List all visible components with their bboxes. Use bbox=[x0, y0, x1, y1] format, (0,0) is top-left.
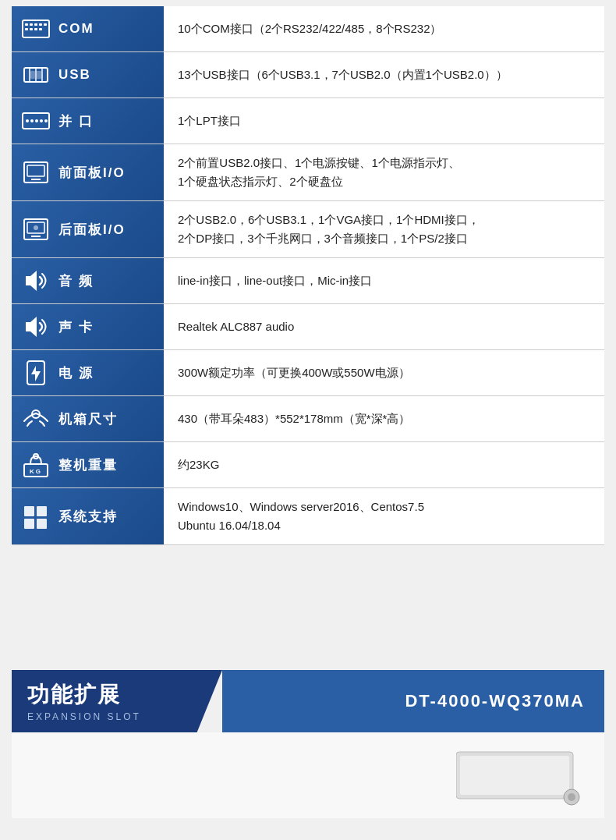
value-soundcard: Realtek ALC887 audio bbox=[164, 304, 604, 349]
svg-point-28 bbox=[34, 225, 38, 230]
label-rearpanel-text: 后面板I/O bbox=[58, 221, 126, 239]
table-row: USB 13个USB接口（6个USB3.1，7个USB2.0（内置1个USB2.… bbox=[12, 52, 604, 98]
svg-rect-39 bbox=[24, 519, 34, 529]
value-power: 300W额定功率（可更换400W或550W电源） bbox=[164, 350, 604, 395]
value-chassis: 430（带耳朵483）*552*178mm（宽*深*高） bbox=[164, 396, 604, 441]
svg-marker-30 bbox=[26, 317, 37, 337]
label-power: 电 源 bbox=[12, 350, 164, 395]
label-usb: USB bbox=[12, 52, 164, 97]
preview-area bbox=[12, 732, 604, 818]
label-com: COM bbox=[12, 6, 164, 51]
label-audio-text: 音 频 bbox=[58, 272, 94, 290]
chassis-icon bbox=[21, 404, 51, 434]
table-row: KG 整机重量 约23KG bbox=[12, 442, 604, 488]
label-weight: KG 整机重量 bbox=[12, 442, 164, 487]
value-frontpanel: 2个前置USB2.0接口、1个电源按键、1个电源指示灯、 1个硬盘状态指示灯、2… bbox=[164, 144, 604, 200]
value-parallel: 1个LPT接口 bbox=[164, 98, 604, 144]
os-icon bbox=[21, 502, 51, 531]
svg-rect-15 bbox=[37, 71, 41, 79]
value-usb: 13个USB接口（6个USB3.1，7个USB2.0（内置1个USB2.0）） bbox=[164, 52, 604, 97]
label-soundcard-text: 声 卡 bbox=[58, 318, 94, 336]
svg-point-21 bbox=[44, 119, 48, 122]
expansion-subtitle: EXPANSION SLOT bbox=[27, 711, 207, 722]
spec-table: COM 10个COM接口（2个RS232/422/485，8个RS232） bbox=[12, 6, 604, 545]
value-os: Windows10、Windows server2016、Centos7.5 U… bbox=[164, 488, 604, 544]
rearpanel-icon bbox=[21, 214, 51, 244]
svg-rect-37 bbox=[24, 506, 34, 516]
label-weight-text: 整机重量 bbox=[58, 456, 118, 474]
table-row: 机箱尺寸 430（带耳朵483）*552*178mm（宽*深*高） bbox=[12, 396, 604, 442]
preview-image bbox=[456, 744, 581, 806]
svg-point-19 bbox=[35, 119, 38, 122]
svg-point-20 bbox=[40, 119, 43, 122]
table-row: 声 卡 Realtek ALC887 audio bbox=[12, 304, 604, 350]
label-frontpanel: 前面板I/O bbox=[12, 144, 164, 200]
label-chassis-text: 机箱尺寸 bbox=[58, 410, 118, 428]
label-os: 系统支持 bbox=[12, 488, 164, 544]
expansion-model: DT-4000-WQ370MA bbox=[405, 691, 585, 711]
svg-rect-6 bbox=[25, 28, 28, 30]
svg-rect-42 bbox=[460, 756, 569, 795]
svg-rect-40 bbox=[37, 519, 47, 529]
label-com-text: COM bbox=[58, 21, 94, 37]
value-com: 10个COM接口（2个RS232/422/485，8个RS232） bbox=[164, 6, 604, 51]
label-rearpanel: 后面板I/O bbox=[12, 201, 164, 257]
value-audio: line-in接口，line-out接口，Mic-in接口 bbox=[164, 258, 604, 303]
power-icon bbox=[21, 358, 51, 388]
expansion-banner: 功能扩展 EXPANSION SLOT DT-4000-WQ370MA bbox=[12, 670, 604, 732]
svg-rect-8 bbox=[34, 28, 37, 30]
svg-rect-38 bbox=[37, 506, 47, 516]
svg-marker-29 bbox=[26, 271, 37, 291]
svg-marker-32 bbox=[31, 366, 41, 381]
frontpanel-icon bbox=[21, 158, 51, 187]
expansion-title: 功能扩展 bbox=[27, 680, 207, 710]
audio-icon bbox=[21, 266, 51, 296]
table-row: 音 频 line-in接口，line-out接口，Mic-in接口 bbox=[12, 258, 604, 304]
svg-point-44 bbox=[568, 793, 575, 801]
label-soundcard: 声 卡 bbox=[12, 304, 164, 349]
table-row: 前面板I/O 2个前置USB2.0接口、1个电源按键、1个电源指示灯、 1个硬盘… bbox=[12, 144, 604, 201]
parallel-icon bbox=[21, 106, 51, 136]
table-row: 电 源 300W额定功率（可更换400W或550W电源） bbox=[12, 350, 604, 396]
label-os-text: 系统支持 bbox=[58, 508, 118, 526]
svg-rect-4 bbox=[39, 23, 42, 26]
expansion-right: DT-4000-WQ370MA bbox=[222, 670, 604, 732]
label-parallel: 并 口 bbox=[12, 98, 164, 144]
label-parallel-text: 并 口 bbox=[58, 112, 94, 130]
svg-rect-7 bbox=[30, 28, 33, 30]
svg-rect-1 bbox=[25, 23, 28, 26]
svg-point-17 bbox=[26, 119, 29, 122]
svg-rect-23 bbox=[27, 165, 44, 176]
label-frontpanel-text: 前面板I/O bbox=[58, 164, 126, 182]
svg-point-18 bbox=[30, 119, 34, 122]
svg-rect-9 bbox=[39, 28, 42, 30]
table-row: 并 口 1个LPT接口 bbox=[12, 98, 604, 144]
com-icon bbox=[21, 14, 51, 44]
svg-rect-5 bbox=[44, 23, 47, 26]
value-rearpanel: 2个USB2.0，6个USB3.1，1个VGA接口，1个HDMI接口， 2个DP… bbox=[164, 201, 604, 257]
label-chassis: 机箱尺寸 bbox=[12, 396, 164, 441]
label-power-text: 电 源 bbox=[58, 364, 94, 382]
svg-rect-3 bbox=[34, 23, 37, 26]
svg-text:KG: KG bbox=[30, 468, 42, 475]
soundcard-icon bbox=[21, 312, 51, 342]
svg-rect-14 bbox=[30, 71, 35, 79]
label-usb-text: USB bbox=[58, 67, 91, 83]
svg-rect-2 bbox=[30, 23, 33, 26]
usb-icon bbox=[21, 60, 51, 90]
label-audio: 音 频 bbox=[12, 258, 164, 303]
bottom-section: 功能扩展 EXPANSION SLOT DT-4000-WQ370MA bbox=[12, 608, 604, 818]
table-row: 系统支持 Windows10、Windows server2016、Centos… bbox=[12, 488, 604, 545]
table-row: 后面板I/O 2个USB2.0，6个USB3.1，1个VGA接口，1个HDMI接… bbox=[12, 201, 604, 258]
expansion-left: 功能扩展 EXPANSION SLOT bbox=[12, 670, 222, 732]
weight-icon: KG bbox=[21, 450, 51, 480]
value-weight: 约23KG bbox=[164, 442, 604, 487]
table-row: COM 10个COM接口（2个RS232/422/485，8个RS232） bbox=[12, 6, 604, 52]
